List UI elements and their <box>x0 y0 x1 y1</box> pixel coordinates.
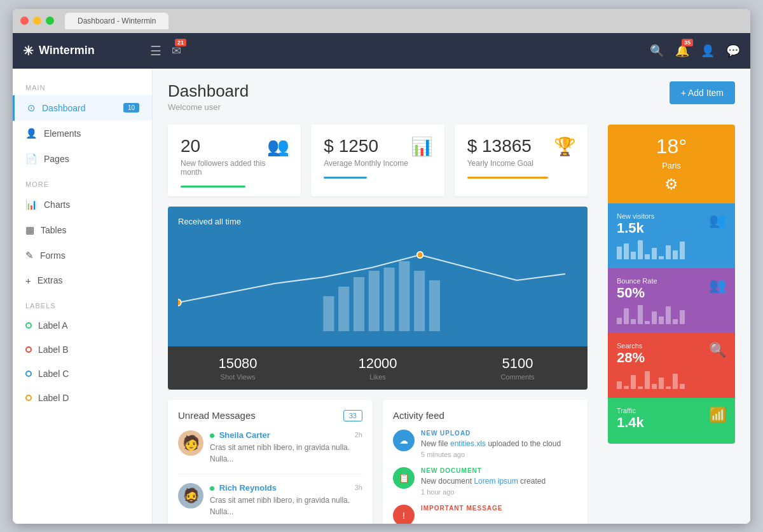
minimize-btn[interactable] <box>33 17 41 25</box>
important-icon: ! <box>393 505 415 524</box>
menu-icon[interactable]: ☰ <box>150 43 162 58</box>
sidebar-item-label: Forms <box>40 250 65 261</box>
bottom-section: Unread Messages 33 🧑 <box>168 400 588 524</box>
stats-bar-row: 15080 Shot Views 12000 Likes 5100 Commen… <box>168 346 588 390</box>
sidebar-item-elements[interactable]: 👤 Elements <box>13 121 152 146</box>
pages-icon: 📄 <box>25 153 38 165</box>
dashboard-icon: ⊙ <box>27 102 36 114</box>
stats-item-views: 15080 Shot Views <box>168 346 308 390</box>
stat-card-followers: 👥 20 New followers added this month <box>168 125 301 196</box>
extras-icon: + <box>25 275 31 286</box>
activity-time-1: 5 minutes ago <box>421 451 577 458</box>
charts-icon: 📊 <box>25 199 38 210</box>
activity-link-1[interactable]: entities.xls <box>450 439 486 448</box>
activity-content-1: NEW UPLOAD New file entities.xls uploade… <box>421 430 577 458</box>
sidebar-item-label: Pages <box>44 154 69 164</box>
chat-icon[interactable]: 💬 <box>726 44 740 58</box>
visitors-value: 1.5k <box>617 220 654 236</box>
message-content-2: Rich Reynolds 3h Cras sit amet nibh libe… <box>210 483 362 517</box>
message-item-2: 🧔 Rich Reynolds 3h <box>178 483 362 524</box>
searches-bars <box>617 370 726 389</box>
elements-icon: 👤 <box>25 128 38 139</box>
messages-badge: 33 <box>343 410 362 421</box>
message-header-1: Sheila Carter 2h <box>210 430 362 440</box>
sidebar-item-forms[interactable]: ✎ Forms <box>13 243 152 268</box>
activity-item-doc: 📋 NEW DOCUMENT New document Lorem ipsum … <box>393 467 577 496</box>
visitors-bars <box>617 240 726 259</box>
svg-point-9 <box>417 252 423 258</box>
sidebar-section-labels: LABELS <box>13 293 152 313</box>
message-time-1: 2h <box>355 431 362 439</box>
mail-wrapper[interactable]: ✉ 21 <box>172 44 181 58</box>
notifications-icon[interactable]: 🔔 35 <box>675 44 689 58</box>
stats-item-comments: 5100 Comments <box>448 346 588 390</box>
sidebar-item-tables[interactable]: ▦ Tables <box>13 217 152 243</box>
sidebar-item-label: Tables <box>41 225 66 235</box>
visitors-widget: New visitors 1.5k 👥 <box>608 203 735 268</box>
sidebar-item-label-a[interactable]: Label A <box>13 313 152 338</box>
sidebar-section-main: MAIN <box>13 75 152 95</box>
avatar-rich: 🧔 <box>178 483 203 508</box>
svg-rect-3 <box>369 271 380 331</box>
mail-badge: 21 <box>175 39 186 46</box>
searches-widget: Searchs 28% 🔍 <box>608 333 735 398</box>
sidebar-item-label: Charts <box>44 200 70 210</box>
main-content: Dashboard Welcome user + Add Item 👥 20 <box>153 69 750 524</box>
mail-icon[interactable]: ✉ <box>172 44 181 57</box>
monthly-icon: 📊 <box>411 136 433 157</box>
tables-icon: ▦ <box>25 224 34 236</box>
sidebar: MAIN ⊙ Dashboard 10 👤 Elements 📄 Pages M… <box>13 69 153 524</box>
activity-type-3: IMPORTANT MESSAGE <box>421 505 577 512</box>
avatar-sheila: 🧑 <box>178 430 203 456</box>
stats-value-views: 15080 <box>173 355 303 372</box>
sidebar-item-extras[interactable]: + Extras <box>13 268 152 293</box>
message-time-2: 3h <box>355 484 362 491</box>
search-icon[interactable]: 🔍 <box>650 44 664 58</box>
svg-rect-2 <box>354 277 364 331</box>
page-header: Dashboard Welcome user + Add Item <box>168 81 735 112</box>
weather-widget: 18° Paris ⚙ <box>608 125 735 203</box>
sidebar-item-dashboard[interactable]: ⊙ Dashboard 10 <box>13 95 152 121</box>
page-subtitle: Welcome user <box>168 102 249 112</box>
message-name-1: Sheila Carter <box>210 430 270 440</box>
stat-label-yearly: Yearly Income Goal <box>467 159 575 168</box>
sidebar-item-charts[interactable]: 📊 Charts <box>13 192 152 217</box>
sidebar-item-label: Extras <box>38 275 63 285</box>
doc-icon: 📋 <box>393 467 415 489</box>
user-icon[interactable]: 👤 <box>701 44 715 58</box>
browser-chrome: Dashboard - Wintermin <box>13 9 750 33</box>
message-name-2: Rich Reynolds <box>210 483 277 493</box>
sidebar-item-label-c[interactable]: Label C <box>13 362 152 386</box>
browser-tab[interactable]: Dashboard - Wintermin <box>65 13 168 29</box>
sidebar-label-c: Label C <box>38 369 69 379</box>
visitors-icon: 👥 <box>709 212 726 229</box>
sidebar-item-pages[interactable]: 📄 Pages <box>13 146 152 172</box>
stats-value-comments: 5100 <box>453 355 582 372</box>
bounce-icon: 👥 <box>709 277 726 294</box>
activity-desc-1: New file entities.xls uploaded to the cl… <box>421 438 577 449</box>
browser-window: Dashboard - Wintermin ✳ Wintermin ☰ ✉ 21… <box>13 9 750 524</box>
weather-temp: 18° <box>618 135 725 158</box>
activity-link-2[interactable]: Lorem ipsum <box>474 477 518 486</box>
svg-rect-6 <box>414 271 425 331</box>
messages-header: Unread Messages 33 <box>178 410 362 421</box>
activity-type-1: NEW UPLOAD <box>421 430 577 437</box>
line-chart-svg <box>178 233 577 334</box>
label-c-dot <box>25 371 32 377</box>
sidebar-item-label-b[interactable]: Label B <box>13 338 152 362</box>
message-header-2: Rich Reynolds 3h <box>210 483 362 493</box>
maximize-btn[interactable] <box>46 17 54 25</box>
weather-icon: ⚙ <box>618 175 725 193</box>
searches-label: Searchs <box>617 342 645 350</box>
online-dot-1 <box>210 433 214 438</box>
main-layout: MAIN ⊙ Dashboard 10 👤 Elements 📄 Pages M… <box>13 69 750 524</box>
brand: ✳ Wintermin <box>23 43 150 58</box>
right-col: 18° Paris ⚙ New visitors 1.5k � <box>608 125 735 524</box>
sidebar-item-label-d[interactable]: Label D <box>13 386 152 410</box>
notif-badge: 35 <box>682 39 693 46</box>
stat-label-followers: New followers added this month <box>181 159 288 177</box>
close-btn[interactable] <box>20 17 29 25</box>
add-item-button[interactable]: + Add Item <box>670 81 735 104</box>
stat-card-yearly: 🏆 $ 13865 Yearly Income Goal <box>455 125 588 196</box>
stats-item-likes: 12000 Likes <box>308 346 448 390</box>
